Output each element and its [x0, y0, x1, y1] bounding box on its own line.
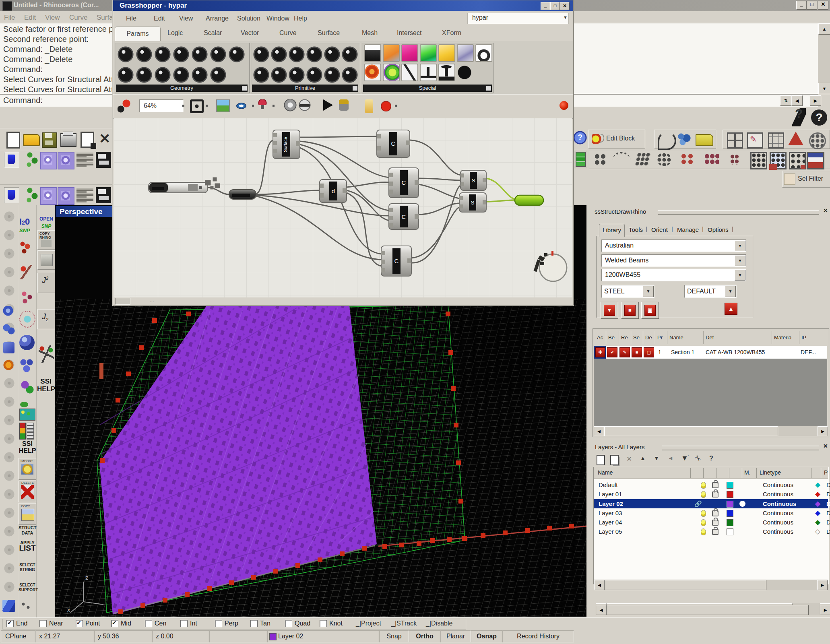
svg-text:C: C — [391, 140, 396, 147]
svg-text:C: C — [394, 258, 399, 264]
svg-text:C: C — [402, 213, 406, 220]
svg-text:z: z — [85, 574, 89, 581]
svg-text:d: d — [332, 188, 335, 194]
svg-text:Surface: Surface — [283, 137, 288, 152]
svg-text:S: S — [471, 200, 475, 206]
svg-text:S: S — [472, 178, 475, 184]
svg-text:x: x — [67, 606, 70, 613]
svg-text:C: C — [402, 179, 406, 186]
